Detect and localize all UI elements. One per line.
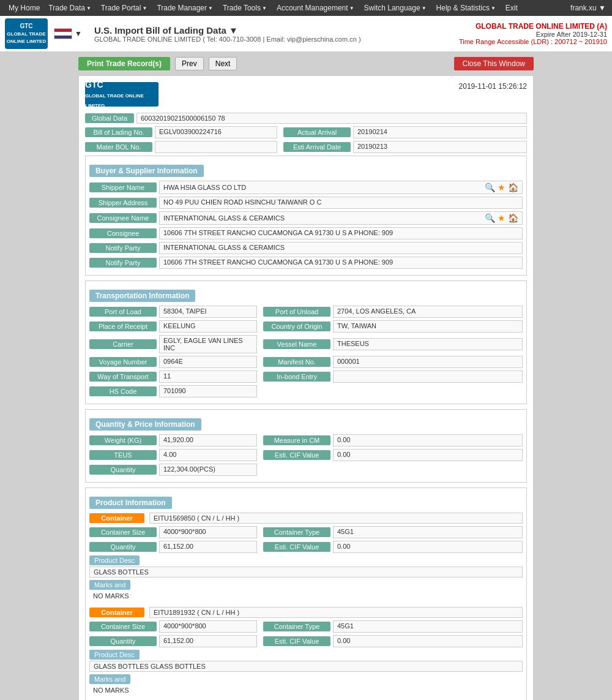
country-of-origin-value: TW, TAIWAN (333, 320, 523, 333)
voyage-row: Voyage Number 0964E Manifest No. 000001 (89, 356, 523, 368)
container-1-value: EITU1569850 ( CN / L / HH ) (149, 513, 523, 524)
container-2-size-row: Container Size 4000*900*800 Container Ty… (89, 620, 523, 633)
container-1-row: Container EITU1569850 ( CN / L / HH ) (89, 513, 523, 524)
manifest-no-label: Manifest No. (263, 357, 330, 367)
shipper-search-icon[interactable]: 🔍 (485, 183, 495, 192)
container-2: Container EITU1891932 ( CN / L / HH ) Co… (89, 607, 523, 695)
main-content: Print Trade Record(s) Prev Next Close Th… (73, 52, 539, 700)
teus-row: TEUS 4.00 Esti. CIF Value 0.00 (89, 449, 523, 461)
in-bond-entry-value (333, 371, 523, 383)
container-2-desc-value: GLASS BOTTLES GLASS BOTTLES (89, 661, 523, 672)
consignee-label: Consignee (89, 228, 157, 238)
port-of-unload-label: Port of Unload (263, 307, 330, 317)
voyage-number-label: Voyage Number (89, 357, 157, 367)
container-1: Container EITU1569850 ( CN / L / HH ) Co… (89, 513, 523, 601)
shipper-home-icon[interactable]: 🏠 (508, 183, 518, 192)
shipper-address-value: NO 49 PUU CHIEN ROAD HSINCHU TAIWANR O C (159, 197, 523, 209)
flag-area: ▼ (54, 28, 82, 39)
nav-account-management[interactable]: Account Management ▼ (273, 0, 359, 16)
mater-bol-label: Mater BOL No. (85, 142, 152, 152)
vessel-name-value: THESEUS (333, 338, 523, 350)
place-receipt-row: Place of Receipt KEELUNG Country of Orig… (89, 320, 523, 333)
nav-trade-data[interactable]: Trade Data ▼ (45, 0, 96, 16)
header-bar: GTCGLOBAL TRADEONLINE LIMITED ▼ U.S. Imp… (0, 16, 612, 52)
container-1-size-value: 4000*900*800 (159, 526, 257, 538)
container-2-button[interactable]: Container (89, 608, 144, 617)
shipper-name-label: Shipper Name (89, 183, 157, 192)
nav-exit[interactable]: Exit (502, 0, 521, 16)
nav-switch-language[interactable]: Switch Language ▼ (360, 0, 431, 16)
card-logo-img: GTCGLOBAL TRADE ONLINE LIMITED (85, 82, 159, 107)
way-transport-row: Way of Transport 11 In-bond Entry (89, 371, 523, 383)
way-of-transport-value: 11 (159, 371, 257, 383)
transport-header: Transportation Information (89, 290, 195, 302)
next-button[interactable]: Next (209, 57, 237, 70)
hs-code-value: 701090 (159, 385, 257, 397)
expire-label: Expire After 2019-12-31 (459, 31, 607, 38)
logo-text: GTCGLOBAL TRADEONLINE LIMITED (7, 23, 46, 45)
nav-my-home[interactable]: My Home (5, 0, 43, 16)
time-range: Time Range Accessible (LDR) : 200712 ~ 2… (459, 38, 607, 45)
container-2-qty-label: Quantity (89, 636, 157, 646)
container-2-desc-area: Product Desc GLASS BOTTLES GLASS BOTTLES… (89, 650, 523, 695)
container-1-button[interactable]: Container (89, 513, 144, 523)
nav-help-statistics[interactable]: Help & Statistics ▼ (433, 0, 501, 16)
quantity-value: 122,304.00(PCS) (159, 464, 257, 476)
notify-party2-value: 10606 7TH STREET RANCHO CUCAMONGA CA 917… (159, 257, 523, 269)
way-of-transport-label: Way of Transport (89, 372, 157, 382)
container-1-type-label: Container Type (263, 527, 330, 537)
page-title: U.S. Import Bill of Lading Data ▼ (94, 25, 361, 36)
product-section: Product Information Container EITU156985… (85, 487, 527, 700)
container-2-size-value: 4000*900*800 (159, 620, 257, 633)
consignee-star-icon[interactable]: ★ (498, 213, 506, 223)
global-data-row: Global Data 60032019021500006150 78 (85, 113, 527, 124)
actual-arrival-value: 20190214 (353, 126, 527, 138)
nav-trade-manager[interactable]: Trade Manager ▼ (153, 0, 218, 16)
flag-dropdown[interactable]: ▼ (75, 29, 82, 38)
consignee-value: 10606 7TH STREET RANCHO CUCAMONGA CA 917… (159, 227, 523, 239)
mater-bol-row: Mater BOL No. Esti Arrival Date 20190213 (85, 141, 527, 153)
vessel-name-label: Vessel Name (263, 339, 330, 349)
nav-trade-tools[interactable]: Trade Tools ▼ (219, 0, 272, 16)
port-of-load-label: Port of Load (89, 307, 157, 317)
buyer-supplier-header: Buyer & Supplier Information (89, 165, 204, 177)
page-title-area: U.S. Import Bill of Lading Data ▼ GLOBAL… (94, 25, 361, 43)
close-button[interactable]: Close This Window (454, 57, 534, 70)
global-data-label: Global Data (85, 113, 134, 123)
place-of-receipt-label: Place of Receipt (89, 322, 157, 331)
consignee-home-icon[interactable]: 🏠 (508, 213, 518, 223)
print-button[interactable]: Print Trade Record(s) (78, 57, 170, 70)
container-2-row: Container EITU1891932 ( CN / L / HH ) (89, 607, 523, 618)
container-2-cif-value: 0.00 (333, 635, 523, 647)
container-1-qty-value: 61,152.00 (159, 541, 257, 553)
container-2-marks-value: NO MARKS (89, 685, 523, 695)
container-1-cif-value: 0.00 (333, 541, 523, 553)
quantity-label: Quantity (89, 465, 157, 475)
nav-user[interactable]: frank.xu ▼ (570, 4, 606, 12)
container-1-desc-label: Product Desc (89, 555, 140, 565)
consignee-search-icon[interactable]: 🔍 (485, 213, 495, 223)
container-2-type-value: 45G1 (333, 620, 523, 633)
port-of-load-value: 58304, TAIPEI (159, 306, 257, 318)
container-2-qty-value: 61,152.00 (159, 635, 257, 647)
manifest-no-value: 000001 (333, 356, 523, 368)
notify-party1-row: Notify Party INTERNATIONAL GLASS & CERAM… (89, 242, 523, 254)
carrier-label: Carrier (89, 339, 157, 349)
teus-label: TEUS (89, 450, 157, 460)
top-nav: My Home Trade Data ▼ Trade Portal ▼ Trad… (0, 0, 612, 16)
prev-button[interactable]: Prev (175, 57, 204, 70)
hs-code-label: HS Code (89, 386, 157, 396)
container-1-size-row: Container Size 4000*900*800 Container Ty… (89, 526, 523, 538)
container-1-marks-value: NO MARKS (89, 591, 523, 601)
shipper-star-icon[interactable]: ★ (498, 183, 506, 192)
port-load-row: Port of Load 58304, TAIPEI Port of Unloa… (89, 306, 523, 318)
shipper-address-label: Shipper Address (89, 198, 157, 208)
quantity-section: Quantity & Price Information Weight (KG)… (85, 409, 527, 483)
nav-trade-portal[interactable]: Trade Portal ▼ (97, 0, 152, 16)
transport-section: Transportation Information Port of Load … (85, 280, 527, 404)
measure-label: Measure in CM (263, 435, 330, 445)
consignee-name-value: INTERNATIONAL GLASS & CERAMICS 🔍 ★ 🏠 (159, 211, 523, 225)
container-1-qty-label: Quantity (89, 542, 157, 552)
weight-value: 41,920.00 (159, 434, 257, 446)
container-1-type-value: 45G1 (333, 526, 523, 538)
